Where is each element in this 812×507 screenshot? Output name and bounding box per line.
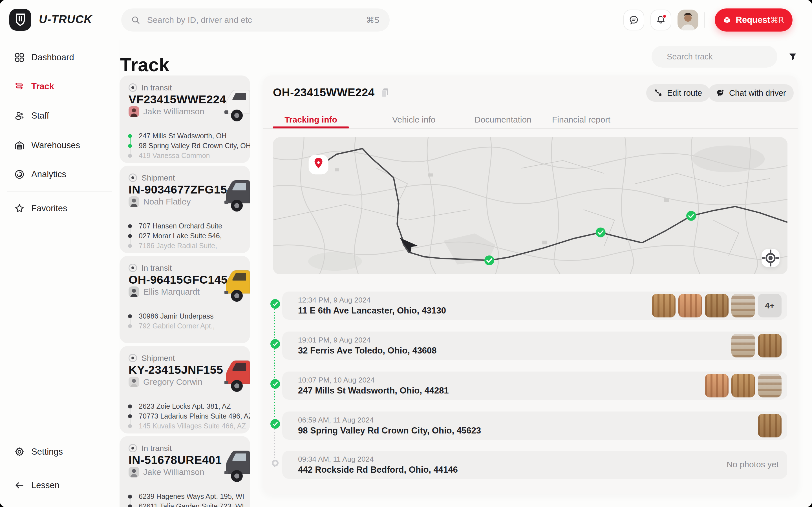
detail-shipment-id: OH-23415WWE224 xyxy=(273,86,389,99)
timeline-row[interactable]: 10:07 PM, 10 Aug 2024 247 Mills St Wadsw… xyxy=(282,372,787,400)
notifications-button[interactable] xyxy=(651,10,671,31)
timeline-row[interactable]: 09:34 AM, 11 Aug 2024 442 Rockside Rd Be… xyxy=(282,451,787,479)
track-card[interactable]: In transit IN-51678URE401 Jake Williamso… xyxy=(119,436,250,507)
timeline-address: 442 Rockside Rd Bedford, Ohio, 44146 xyxy=(298,465,458,475)
track-card[interactable]: Shipment KY-23415JNF155 Gregory Corwin xyxy=(119,346,250,434)
main-content: Track In transit VF23415WWE224 Jake Will… xyxy=(119,40,812,507)
sidebar-label: Settings xyxy=(31,447,63,457)
status-icon xyxy=(129,444,137,452)
tab-vehicle-info[interactable]: Vehicle info xyxy=(392,115,435,124)
truck-image xyxy=(219,443,250,486)
track-search[interactable] xyxy=(652,46,777,68)
star-icon xyxy=(14,203,24,214)
stop-dot xyxy=(128,404,132,408)
photo-thumbnail[interactable] xyxy=(731,334,755,357)
track-card[interactable]: In transit OH-96415GFC145 Ellis Marquard… xyxy=(119,256,250,343)
photo-thumbnail[interactable] xyxy=(678,294,702,318)
messages-button[interactable] xyxy=(623,10,644,31)
photo-thumbnail[interactable] xyxy=(758,334,781,357)
timeline-time: 19:01 PM, 9 Aug 2024 xyxy=(298,336,370,344)
track-card[interactable]: In transit VF23415WWE224 Jake Williamson xyxy=(119,75,250,163)
global-search[interactable]: ⌘S xyxy=(121,8,390,32)
search-shortcut: ⌘S xyxy=(366,15,379,25)
driver: Ellis Marquardt xyxy=(129,286,200,297)
stop-dot xyxy=(128,134,132,138)
page-title: Track xyxy=(120,54,169,75)
photo-thumbnail[interactable] xyxy=(758,414,781,438)
stop: 145 Kuvalis Villages Suite 466, AZ xyxy=(119,422,246,430)
user-avatar[interactable] xyxy=(677,10,698,31)
timeline-time: 09:34 AM, 11 Aug 2024 xyxy=(298,455,373,464)
sidebar-collapse[interactable]: Lessen xyxy=(0,475,119,496)
copy-icon[interactable] xyxy=(380,88,389,98)
global-search-input[interactable] xyxy=(147,15,366,25)
chat-bubble-icon xyxy=(629,15,639,25)
sidebar-label: Warehouses xyxy=(31,140,80,151)
request-button[interactable]: Request ⌘R xyxy=(715,8,793,32)
photo-thumbnail[interactable] xyxy=(705,294,728,318)
timeline-row[interactable]: 12:34 PM, 9 Aug 2024 11 E 6th Ave Lancas… xyxy=(282,291,787,320)
route-map[interactable] xyxy=(273,137,788,274)
driver-avatar xyxy=(129,377,139,387)
sidebar-item-settings[interactable]: Settings xyxy=(0,442,119,462)
map-pin xyxy=(309,155,328,174)
header-divider xyxy=(704,12,705,27)
driver: Jake Williamson xyxy=(129,467,204,477)
gear-icon xyxy=(14,447,24,457)
tab-documentation[interactable]: Documentation xyxy=(474,115,531,124)
stop-dot xyxy=(128,324,132,328)
timeline-address: 11 E 6th Ave Lancaster, Ohio, 43130 xyxy=(298,305,446,316)
analytics-icon xyxy=(14,169,24,179)
tab-tracking-info[interactable]: Tracking info xyxy=(273,115,349,124)
sidebar-item-staff[interactable]: Staff xyxy=(0,106,119,126)
truck-image xyxy=(219,263,250,305)
sidebar-item-dashboard[interactable]: Dashboard xyxy=(0,47,119,68)
photo-thumbnail[interactable] xyxy=(731,374,755,397)
track-list: In transit VF23415WWE224 Jake Williamson xyxy=(119,75,250,507)
photo-thumbnail[interactable] xyxy=(705,374,728,397)
sidebar-item-track[interactable]: Track xyxy=(0,76,119,97)
timeline-address: 247 Mills St Wadsworth, Ohio, 44281 xyxy=(298,386,449,396)
stop: 98 Spring Valley Rd Crown City, OH xyxy=(119,142,250,150)
timeline-row[interactable]: 06:59 AM, 11 Aug 2024 98 Spring Valley R… xyxy=(282,411,787,440)
driver: Jake Williamson xyxy=(129,106,204,117)
photo-thumbnail[interactable] xyxy=(652,294,675,318)
driver-avatar xyxy=(129,286,139,297)
request-label: Request xyxy=(736,15,770,25)
timeline-connector xyxy=(274,309,275,429)
timeline-pending-ring xyxy=(272,460,278,466)
chat-with-driver-button[interactable]: Chat with driver xyxy=(708,84,794,102)
edit-route-button[interactable]: Edit route xyxy=(646,84,710,102)
shield-icon xyxy=(15,13,26,26)
active-tab-indicator xyxy=(273,126,349,128)
status-icon xyxy=(129,264,137,272)
sidebar-item-warehouses[interactable]: Warehouses xyxy=(0,135,119,156)
stop: 62611 Talia Garden Suite 723, WI xyxy=(119,502,244,507)
track-card[interactable]: Shipment IN-9034677ZFG154 Noah Flatley xyxy=(119,166,250,253)
stop: 7186 Jayde Radial Suite, xyxy=(119,242,217,250)
tab-financial-report[interactable]: Financial report xyxy=(552,115,610,124)
timeline-address: 98 Spring Valley Rd Crown City, Ohio, 45… xyxy=(298,426,481,436)
dashboard-icon xyxy=(14,52,24,62)
track-search-input[interactable] xyxy=(666,52,774,62)
photo-thumbnail[interactable] xyxy=(731,294,755,318)
timeline-check xyxy=(270,299,280,309)
filter-button[interactable] xyxy=(786,51,799,63)
sidebar-divider xyxy=(7,191,112,191)
timeline-check xyxy=(270,419,280,429)
sidebar-item-favorites[interactable]: Favorites xyxy=(0,198,119,219)
driver-name: Jake Williamson xyxy=(143,467,204,477)
locate-button[interactable] xyxy=(762,249,779,267)
stop: 027 Morar Lake Suite 546, xyxy=(119,232,222,240)
more-photos-badge[interactable]: 4+ xyxy=(758,294,781,318)
status-label: In transit xyxy=(142,444,172,453)
staff-icon xyxy=(14,111,24,121)
sidebar-label: Analytics xyxy=(31,169,66,179)
timeline-time: 10:07 PM, 10 Aug 2024 xyxy=(298,376,375,385)
status-label: Shipment xyxy=(142,173,175,182)
timeline-row[interactable]: 19:01 PM, 9 Aug 2024 32 Ferris Ave Toled… xyxy=(282,332,787,360)
photo-thumbnail[interactable] xyxy=(758,374,781,397)
sidebar-item-analytics[interactable]: Analytics xyxy=(0,164,119,184)
timeline-time: 06:59 AM, 11 Aug 2024 xyxy=(298,416,373,425)
status-label: In transit xyxy=(142,264,172,273)
